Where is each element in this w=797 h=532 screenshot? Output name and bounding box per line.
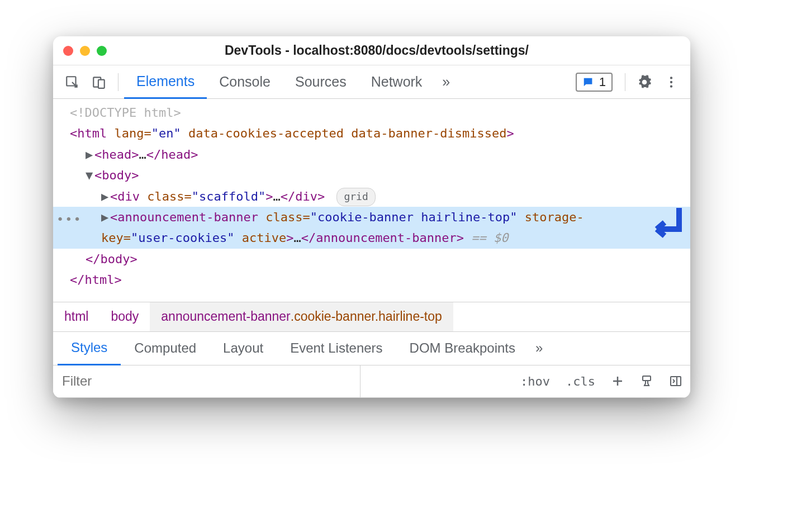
dom-tree[interactable]: <!DOCTYPE html> <html lang="en" data-coo… <box>53 99 690 302</box>
devtools-window: DevTools - localhost:8080/docs/devtools/… <box>53 36 690 398</box>
tab-sources[interactable]: Sources <box>283 65 359 99</box>
svg-rect-6 <box>643 376 651 381</box>
expand-icon[interactable]: ▶ <box>101 186 109 207</box>
paint-brush-icon[interactable] <box>632 365 661 397</box>
tab-dom-breakpoints[interactable]: DOM Breakpoints <box>396 331 529 365</box>
tab-console[interactable]: Console <box>207 65 283 99</box>
breadcrumb: html body announcement-banner.cookie-ban… <box>53 302 690 332</box>
inspect-element-icon[interactable] <box>62 72 82 92</box>
console-ref: == $0 <box>471 231 508 245</box>
device-toolbar-icon[interactable] <box>89 72 109 92</box>
tab-styles[interactable]: Styles <box>58 332 121 365</box>
titlebar: DevTools - localhost:8080/docs/devtools/… <box>53 36 690 65</box>
new-style-rule-icon[interactable] <box>603 365 632 397</box>
tab-computed[interactable]: Computed <box>121 331 210 365</box>
tab-layout[interactable]: Layout <box>210 331 277 365</box>
svg-point-4 <box>670 80 672 83</box>
tab-elements[interactable]: Elements <box>124 65 207 99</box>
styles-toolbar: :hov .cls <box>53 365 690 398</box>
expand-icon[interactable]: ▶ <box>86 144 93 165</box>
crumb-body[interactable]: body <box>99 302 150 331</box>
dom-head[interactable]: ▶<head>…</head> <box>53 144 690 165</box>
expand-icon[interactable]: ▶ <box>101 207 109 227</box>
dom-announcement-banner[interactable]: ••• ▶<announcement-banner class="cookie-… <box>53 207 690 249</box>
minimize-window-button[interactable] <box>80 46 90 56</box>
pointer-arrow-icon <box>652 207 684 246</box>
svg-point-3 <box>670 77 672 79</box>
more-tabs-icon[interactable]: » <box>434 74 458 90</box>
collapse-icon[interactable]: ▼ <box>86 165 93 186</box>
styles-filter-input[interactable] <box>53 365 360 397</box>
svg-rect-2 <box>98 79 105 88</box>
kebab-menu-icon[interactable] <box>661 72 681 92</box>
settings-gear-icon[interactable] <box>634 72 654 92</box>
close-window-button[interactable] <box>63 46 73 56</box>
issues-badge[interactable]: 1 <box>576 73 613 92</box>
more-styles-tabs-icon[interactable]: » <box>529 331 549 365</box>
dom-doctype[interactable]: <!DOCTYPE html> <box>53 102 690 123</box>
dom-div-scaffold[interactable]: ▶<div class="scaffold">…</div> grid <box>53 186 690 207</box>
gutter-menu-icon[interactable]: ••• <box>56 209 82 230</box>
dom-html-close[interactable]: </html> <box>53 269 690 290</box>
svg-point-5 <box>670 85 672 87</box>
crumb-announcement-banner[interactable]: announcement-banner.cookie-banner.hairli… <box>150 302 453 331</box>
window-title: DevTools - localhost:8080/docs/devtools/… <box>107 43 647 58</box>
crumb-html[interactable]: html <box>53 302 99 331</box>
cls-button[interactable]: .cls <box>558 365 603 397</box>
grid-badge[interactable]: grid <box>336 188 375 206</box>
dom-body-close[interactable]: </body> <box>53 249 690 269</box>
svg-rect-7 <box>671 377 681 386</box>
tab-network[interactable]: Network <box>359 65 435 99</box>
dom-html-open[interactable]: <html lang="en" data-cookies-accepted da… <box>53 123 690 144</box>
main-tabbar: Elements Console Sources Network » 1 <box>53 65 690 99</box>
traffic-lights <box>63 46 107 56</box>
dom-body-open[interactable]: ▼<body> <box>53 165 690 186</box>
issues-count: 1 <box>599 75 606 89</box>
styles-tabbar: Styles Computed Layout Event Listeners D… <box>53 332 690 365</box>
maximize-window-button[interactable] <box>97 46 107 56</box>
tab-event-listeners[interactable]: Event Listeners <box>277 331 396 365</box>
hov-button[interactable]: :hov <box>513 365 558 397</box>
computed-sidebar-toggle-icon[interactable] <box>661 365 690 397</box>
